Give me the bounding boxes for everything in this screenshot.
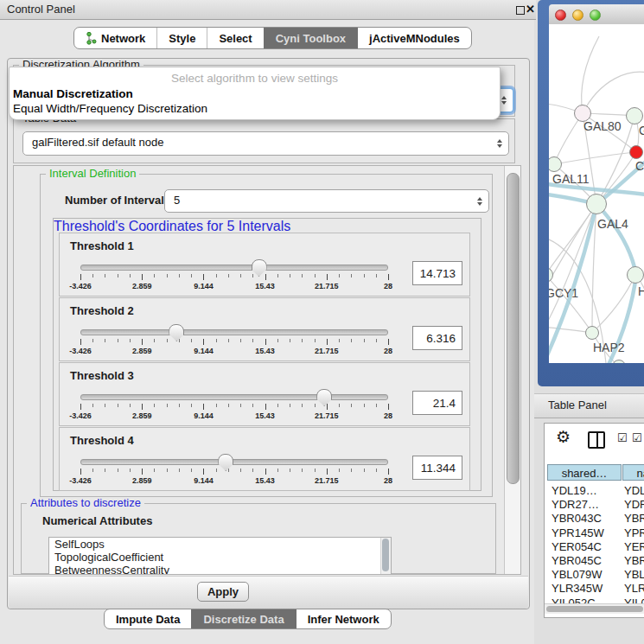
table-row[interactable]: YDR27…YDR2 bbox=[545, 498, 644, 512]
network-node[interactable] bbox=[627, 266, 644, 284]
gear-icon[interactable]: ⚙ bbox=[556, 427, 571, 447]
tab-label: Impute Data bbox=[116, 613, 180, 626]
tab-impute-data[interactable]: Impute Data bbox=[105, 609, 191, 628]
tick-mark bbox=[130, 274, 131, 277]
table-row[interactable]: YER054CYER0 bbox=[545, 540, 644, 554]
table-row[interactable]: YBR043CYBR0 bbox=[545, 512, 644, 526]
tab-cyni-toolbox[interactable]: Cyni Toolbox bbox=[264, 28, 357, 48]
tab-style[interactable]: Style bbox=[156, 28, 207, 48]
threshold-label: Threshold 1 bbox=[70, 239, 134, 252]
tick-mark bbox=[376, 404, 377, 407]
table-row[interactable]: YPR145WYPR1 bbox=[545, 526, 644, 540]
tab-discretize-data[interactable]: Discretize Data bbox=[191, 609, 295, 628]
attributes-scrollbar[interactable] bbox=[380, 538, 391, 574]
columns-icon[interactable] bbox=[588, 431, 605, 449]
network-node[interactable] bbox=[629, 145, 643, 159]
slider-track[interactable] bbox=[80, 459, 388, 465]
network-edge bbox=[582, 36, 599, 113]
close-icon[interactable]: ✕ bbox=[526, 2, 535, 17]
algorithm-option-equal-width[interactable]: Equal Width/Frequency Discretization bbox=[13, 102, 207, 115]
column-header-name[interactable]: na bbox=[622, 464, 644, 481]
table-row[interactable]: YBL079WYBL0 bbox=[545, 568, 644, 582]
attributes-scrollbar-thumb[interactable] bbox=[382, 539, 389, 571]
attribute-item-topologicalcoefficient[interactable]: TopologicalCoefficient bbox=[49, 551, 391, 564]
panel-scrollbar[interactable] bbox=[504, 166, 520, 574]
threshold-value-field[interactable]: 6.316 bbox=[412, 326, 462, 350]
table-scrollbar-thumb[interactable] bbox=[546, 606, 643, 612]
cell-shared-name: YER054C bbox=[552, 540, 602, 554]
column-header-shared-name[interactable]: shared… bbox=[547, 464, 622, 481]
cyni-toolbox-panel: Discretization Algorithm Table Data galF… bbox=[7, 58, 530, 609]
tick-mark bbox=[252, 469, 253, 472]
threshold-slider[interactable]: -3.4262.8599.14415.4321.71528 bbox=[80, 322, 388, 357]
tick-mark bbox=[105, 404, 105, 407]
tick-mark bbox=[327, 404, 328, 410]
tick-label: 15.43 bbox=[255, 476, 275, 485]
numerical-attributes-list[interactable]: SelfLoopsTopologicalCoefficientBetweenne… bbox=[48, 537, 392, 575]
tick-mark bbox=[339, 274, 340, 277]
tick-mark bbox=[351, 274, 352, 277]
slider-ticks bbox=[80, 339, 388, 346]
tick-label: 9.144 bbox=[194, 282, 214, 290]
table-row[interactable]: YLR345WYLR3 bbox=[545, 582, 644, 596]
tick-mark bbox=[315, 274, 316, 277]
tab-select[interactable]: Select bbox=[207, 28, 263, 48]
threshold-label: Threshold 2 bbox=[70, 304, 134, 317]
slider-track[interactable] bbox=[80, 394, 388, 400]
slider-track[interactable] bbox=[80, 329, 388, 335]
number-of-intervals-value: 5 bbox=[174, 190, 180, 211]
zoom-traffic-light[interactable] bbox=[590, 10, 601, 21]
network-node[interactable] bbox=[626, 107, 643, 124]
table-row[interactable]: YDL19…YDL1 bbox=[545, 484, 644, 498]
threshold-slider[interactable]: -3.4262.8599.14415.4321.71528 bbox=[80, 258, 388, 292]
tick-mark bbox=[327, 274, 328, 280]
slider-tick-labels: -3.4262.8599.14415.4321.71528 bbox=[80, 282, 388, 290]
tab-label: Select bbox=[219, 32, 252, 45]
minimize-traffic-light[interactable] bbox=[572, 10, 583, 21]
threshold-value-field[interactable]: 14.713 bbox=[412, 261, 462, 285]
interval-definition-title: Interval Definition bbox=[46, 168, 139, 180]
threshold-value-field[interactable]: 11.344 bbox=[412, 456, 462, 480]
slider-track[interactable] bbox=[80, 265, 388, 271]
attributes-group-title: Attributes to discretize bbox=[27, 497, 144, 509]
close-traffic-light[interactable] bbox=[555, 10, 566, 21]
tab-infer-network[interactable]: Infer Network bbox=[296, 609, 391, 628]
threshold-value-field[interactable]: 21.4 bbox=[412, 391, 462, 415]
control-panel-titlebar: Control Panel ✕ bbox=[0, 0, 536, 20]
threshold-slider[interactable]: -3.4262.8599.14415.4321.71528 bbox=[80, 387, 388, 422]
network-node[interactable] bbox=[585, 326, 599, 340]
tick-mark bbox=[142, 274, 143, 280]
top-tab-bar: NetworkStyleSelectCyni ToolboxjActiveMNo… bbox=[73, 27, 472, 49]
apply-button[interactable]: Apply bbox=[197, 582, 249, 602]
table-data-group: Table Data galFiltered.sif default node bbox=[13, 118, 515, 163]
table-data-combobox[interactable]: galFiltered.sif default node bbox=[22, 131, 509, 156]
checkbox-icon[interactable]: ☑ bbox=[617, 431, 628, 444]
table-row[interactable]: YBR045CYBR0 bbox=[545, 554, 644, 568]
attributes-group: Attributes to discretize Numerical Attri… bbox=[21, 503, 496, 574]
tick-mark bbox=[179, 339, 180, 342]
table-row[interactable]: YIL052CYIL0 bbox=[545, 596, 644, 604]
number-of-intervals-combobox[interactable]: 5 bbox=[164, 189, 489, 213]
checkbox-icon[interactable]: ☑ bbox=[632, 431, 642, 444]
cell-name: YDL1 bbox=[624, 484, 644, 498]
algorithm-option-manual[interactable]: Manual Discretization bbox=[13, 87, 133, 100]
attribute-item-selfloops[interactable]: SelfLoops bbox=[49, 538, 391, 551]
tick-mark bbox=[228, 339, 229, 342]
tick-mark bbox=[105, 339, 105, 342]
tick-label: -3.426 bbox=[69, 282, 92, 290]
float-window-icon[interactable] bbox=[516, 6, 525, 15]
panel-scrollbar-thumb[interactable] bbox=[507, 173, 520, 484]
cell-name: YDR2 bbox=[624, 498, 644, 512]
table-horizontal-scrollbar[interactable] bbox=[545, 603, 644, 614]
tick-mark bbox=[315, 339, 316, 342]
tick-mark bbox=[388, 339, 389, 345]
tab-network[interactable]: Network bbox=[74, 28, 156, 48]
network-node[interactable] bbox=[586, 194, 607, 214]
tick-mark bbox=[339, 404, 340, 407]
tab-jactivemnodules[interactable]: jActiveMNodules bbox=[357, 28, 471, 48]
attribute-item-betweennesscentrality[interactable]: BetweennessCentrality bbox=[49, 564, 391, 575]
cell-shared-name: YLR345W bbox=[552, 582, 603, 596]
network-canvas[interactable]: GAL80GACGAL11GAL4GCY1HHAP2 bbox=[549, 24, 644, 363]
threshold-slider[interactable]: -3.4262.8599.14415.4321.71528 bbox=[80, 452, 388, 487]
tick-mark bbox=[252, 274, 253, 277]
